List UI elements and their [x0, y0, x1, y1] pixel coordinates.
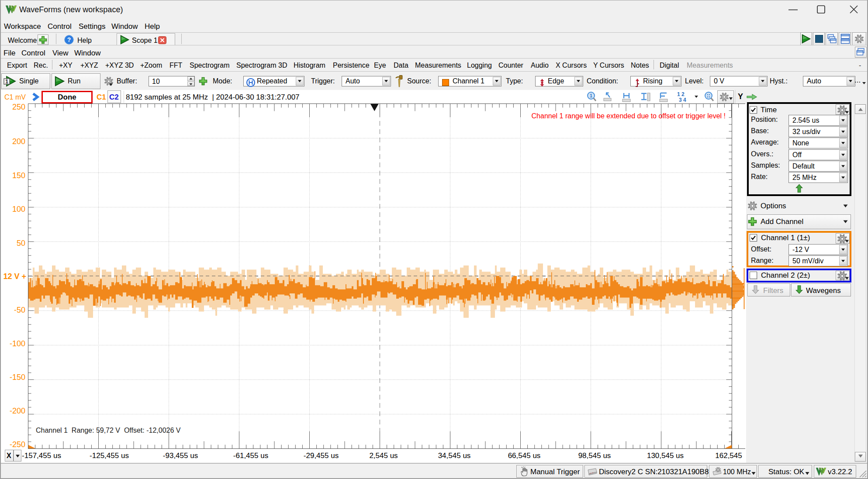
svg-text:-50: -50	[14, 306, 25, 314]
svg-text:2,545 us: 2,545 us	[369, 451, 398, 460]
svg-text:-157,455 us: -157,455 us	[22, 451, 61, 460]
svg-text:-93,455 us: -93,455 us	[163, 451, 198, 460]
svg-text:250: 250	[12, 103, 25, 111]
svg-text:Channel 1 Range: 59,72 V Off: Channel 1 Range: 59,72 V Offset: -12,002…	[36, 427, 181, 434]
svg-text:50: 50	[17, 239, 25, 248]
svg-text:-61,455 us: -61,455 us	[233, 451, 268, 460]
svg-text:162,545: 162,545	[715, 451, 742, 460]
svg-text:-250: -250	[10, 440, 25, 449]
svg-text:-125,455 us: -125,455 us	[90, 451, 129, 460]
svg-text:100: 100	[12, 205, 25, 214]
svg-text:1: 1	[5, 79, 8, 85]
svg-text:12 V +: 12 V +	[3, 272, 26, 281]
svg-text:1 2: 1 2	[677, 91, 685, 97]
svg-text:3 4: 3 4	[679, 97, 686, 103]
svg-text:200: 200	[12, 137, 25, 146]
svg-text:?: ?	[67, 36, 71, 43]
svg-text:150: 150	[12, 171, 25, 180]
svg-text:1: 1	[590, 93, 592, 98]
svg-text:130,545 us: 130,545 us	[647, 451, 684, 460]
svg-text:-29,455 us: -29,455 us	[304, 451, 339, 460]
svg-text:-150: -150	[10, 373, 25, 382]
svg-text:-200: -200	[10, 407, 25, 415]
svg-text:98,545 us: 98,545 us	[578, 451, 611, 460]
svg-text:66,545 us: 66,545 us	[508, 451, 541, 460]
svg-text:-100: -100	[10, 339, 25, 348]
svg-text:Channel 1 range will be extend: Channel 1 range will be extended due to …	[532, 112, 726, 120]
svg-text:34,545 us: 34,545 us	[438, 451, 471, 460]
